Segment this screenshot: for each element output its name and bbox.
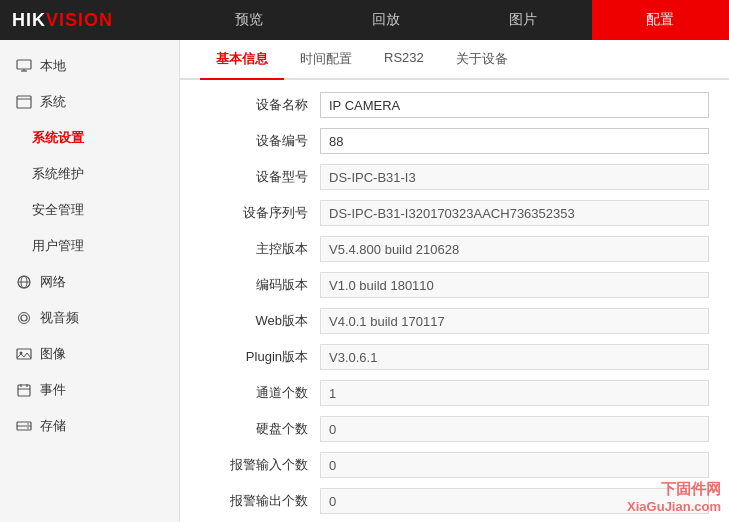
nav-config[interactable]: 配置 bbox=[592, 0, 729, 40]
svg-rect-12 bbox=[18, 385, 30, 396]
value-web-version: V4.0.1 build 170117 bbox=[320, 308, 709, 334]
sidebar-item-system[interactable]: 系统 bbox=[0, 84, 179, 120]
nav-picture[interactable]: 图片 bbox=[455, 0, 592, 40]
label-encode-version: 编码版本 bbox=[200, 276, 320, 294]
logo-vision: VISION bbox=[46, 10, 113, 30]
sidebar-label-local: 本地 bbox=[40, 57, 66, 75]
nav-playback[interactable]: 回放 bbox=[317, 0, 454, 40]
sidebar: 本地 系统 系统设置 系统维护 安全管理 用户管理 bbox=[0, 40, 180, 522]
value-main-version: V5.4.800 build 210628 bbox=[320, 236, 709, 262]
sidebar-item-event[interactable]: 事件 bbox=[0, 372, 179, 408]
sidebar-label-user-mgmt: 用户管理 bbox=[32, 237, 84, 255]
form-row-alarm-in: 报警输入个数 0 bbox=[200, 452, 709, 478]
form-row-hdd-count: 硬盘个数 0 bbox=[200, 416, 709, 442]
top-nav: HIKVISION 预览 回放 图片 配置 bbox=[0, 0, 729, 40]
sidebar-item-storage[interactable]: 存储 bbox=[0, 408, 179, 444]
sidebar-item-user-mgmt[interactable]: 用户管理 bbox=[0, 228, 179, 264]
svg-point-9 bbox=[19, 313, 30, 324]
label-main-version: 主控版本 bbox=[200, 240, 320, 258]
sidebar-item-local[interactable]: 本地 bbox=[0, 48, 179, 84]
sidebar-item-image[interactable]: 图像 bbox=[0, 336, 179, 372]
storage-icon bbox=[16, 418, 32, 434]
sidebar-label-system: 系统 bbox=[40, 93, 66, 111]
value-encode-version: V1.0 build 180110 bbox=[320, 272, 709, 298]
watermark: 下固件网 XiaGuJian.com bbox=[627, 480, 721, 514]
sidebar-label-security: 安全管理 bbox=[32, 201, 84, 219]
svg-point-18 bbox=[27, 423, 29, 425]
form-row-device-number: 设备编号 bbox=[200, 128, 709, 154]
sidebar-label-av: 视音频 bbox=[40, 309, 79, 327]
svg-point-8 bbox=[21, 315, 27, 321]
nav-preview[interactable]: 预览 bbox=[180, 0, 317, 40]
value-channel-count: 1 bbox=[320, 380, 709, 406]
network-icon bbox=[16, 274, 32, 290]
label-alarm-out: 报警输出个数 bbox=[200, 492, 320, 510]
input-device-number[interactable] bbox=[320, 128, 709, 154]
sidebar-item-system-maintenance[interactable]: 系统维护 bbox=[0, 156, 179, 192]
sidebar-item-av[interactable]: 视音频 bbox=[0, 300, 179, 336]
sidebar-label-event: 事件 bbox=[40, 381, 66, 399]
tab-rs232[interactable]: RS232 bbox=[368, 40, 440, 80]
label-device-name: 设备名称 bbox=[200, 96, 320, 114]
tab-about-device[interactable]: 关于设备 bbox=[440, 40, 524, 80]
audio-icon bbox=[16, 310, 32, 326]
value-alarm-in: 0 bbox=[320, 452, 709, 478]
monitor-icon bbox=[16, 58, 32, 74]
label-device-number: 设备编号 bbox=[200, 132, 320, 150]
watermark-line2: XiaGuJian.com bbox=[627, 499, 721, 514]
event-icon bbox=[16, 382, 32, 398]
label-device-serial: 设备序列号 bbox=[200, 204, 320, 222]
form-area: 设备名称 设备编号 设备型号 DS-IPC-B31-I3 设备序列号 DS-IP… bbox=[180, 92, 729, 514]
form-row-channel-count: 通道个数 1 bbox=[200, 380, 709, 406]
label-plugin-version: Plugin版本 bbox=[200, 348, 320, 366]
system-icon bbox=[16, 94, 32, 110]
form-row-main-version: 主控版本 V5.4.800 build 210628 bbox=[200, 236, 709, 262]
value-device-serial: DS-IPC-B31-I320170323AACH736352353 bbox=[320, 200, 709, 226]
label-hdd-count: 硬盘个数 bbox=[200, 420, 320, 438]
form-row-encode-version: 编码版本 V1.0 build 180110 bbox=[200, 272, 709, 298]
svg-rect-0 bbox=[17, 60, 31, 69]
tab-basic-info[interactable]: 基本信息 bbox=[200, 40, 284, 80]
image-icon bbox=[16, 346, 32, 362]
svg-rect-3 bbox=[17, 96, 31, 108]
svg-point-19 bbox=[27, 427, 29, 429]
sub-tabs: 基本信息 时间配置 RS232 关于设备 bbox=[180, 40, 729, 80]
nav-items: 预览 回放 图片 配置 bbox=[180, 0, 729, 40]
label-web-version: Web版本 bbox=[200, 312, 320, 330]
logo-hik: HIK bbox=[12, 10, 46, 30]
form-row-plugin-version: Plugin版本 V3.0.6.1 bbox=[200, 344, 709, 370]
form-row-device-model: 设备型号 DS-IPC-B31-I3 bbox=[200, 164, 709, 190]
sidebar-label-system-maintenance: 系统维护 bbox=[32, 165, 84, 183]
label-alarm-in: 报警输入个数 bbox=[200, 456, 320, 474]
sidebar-label-storage: 存储 bbox=[40, 417, 66, 435]
main-layout: 本地 系统 系统设置 系统维护 安全管理 用户管理 bbox=[0, 40, 729, 522]
form-row-device-serial: 设备序列号 DS-IPC-B31-I320170323AACH736352353 bbox=[200, 200, 709, 226]
label-channel-count: 通道个数 bbox=[200, 384, 320, 402]
form-row-web-version: Web版本 V4.0.1 build 170117 bbox=[200, 308, 709, 334]
sidebar-label-image: 图像 bbox=[40, 345, 66, 363]
logo: HIKVISION bbox=[0, 10, 180, 31]
value-device-model: DS-IPC-B31-I3 bbox=[320, 164, 709, 190]
label-device-model: 设备型号 bbox=[200, 168, 320, 186]
value-hdd-count: 0 bbox=[320, 416, 709, 442]
sidebar-label-system-settings: 系统设置 bbox=[32, 129, 84, 147]
watermark-line1: 下固件网 bbox=[627, 480, 721, 499]
value-plugin-version: V3.0.6.1 bbox=[320, 344, 709, 370]
sidebar-item-security[interactable]: 安全管理 bbox=[0, 192, 179, 228]
sidebar-item-system-settings[interactable]: 系统设置 bbox=[0, 120, 179, 156]
form-row-device-name: 设备名称 bbox=[200, 92, 709, 118]
sidebar-item-network[interactable]: 网络 bbox=[0, 264, 179, 300]
input-device-name[interactable] bbox=[320, 92, 709, 118]
sidebar-label-network: 网络 bbox=[40, 273, 66, 291]
content-area: 基本信息 时间配置 RS232 关于设备 设备名称 设备编号 设备型号 DS-I… bbox=[180, 40, 729, 522]
tab-time-config[interactable]: 时间配置 bbox=[284, 40, 368, 80]
